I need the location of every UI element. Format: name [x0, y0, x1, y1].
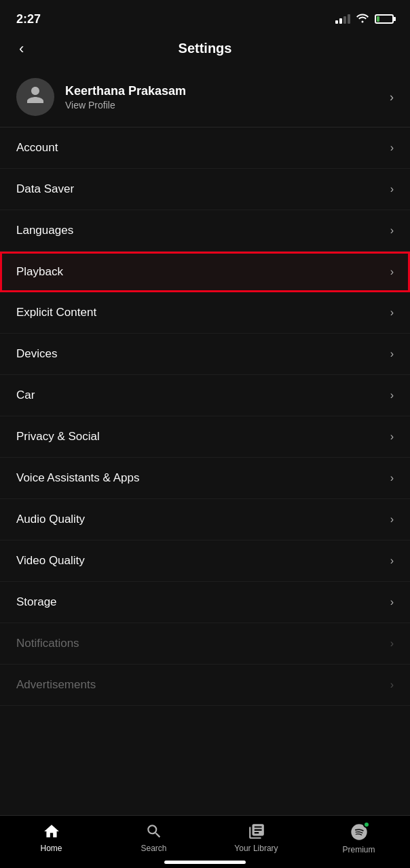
settings-label-explicit-content: Explicit Content — [16, 306, 96, 319]
chevron-notifications: › — [390, 637, 394, 650]
settings-label-devices: Devices — [16, 347, 57, 361]
settings-label-playback: Playback — [16, 265, 63, 279]
chevron-privacy-social: › — [390, 431, 394, 443]
chevron-storage: › — [390, 596, 394, 608]
nav-home-label: Home — [40, 844, 62, 853]
settings-item-languages[interactable]: Languages › — [0, 210, 410, 252]
settings-label-car: Car — [16, 389, 35, 402]
page-title: Settings — [179, 41, 232, 56]
settings-item-privacy-social[interactable]: Privacy & Social › — [0, 416, 410, 458]
settings-item-voice-assistants[interactable]: Voice Assistants & Apps › — [0, 458, 410, 499]
settings-item-car[interactable]: Car › — [0, 375, 410, 416]
settings-item-audio-quality[interactable]: Audio Quality › — [0, 499, 410, 540]
chevron-languages: › — [390, 224, 394, 237]
user-icon — [25, 85, 45, 110]
profile-name: Keerthana Prakasam — [65, 84, 390, 98]
settings-label-account: Account — [16, 141, 58, 155]
nav-premium-label: Premium — [342, 845, 375, 854]
chevron-voice-assistants: › — [390, 472, 394, 484]
chevron-devices: › — [390, 348, 394, 360]
settings-label-privacy-social: Privacy & Social — [16, 430, 100, 443]
status-icons — [335, 12, 394, 26]
premium-icon-wrap — [350, 823, 369, 842]
settings-label-languages: Languages — [16, 224, 73, 237]
chevron-explicit-content: › — [390, 307, 394, 319]
chevron-audio-quality: › — [390, 513, 394, 526]
view-profile-label: View Profile — [65, 100, 390, 111]
settings-item-explicit-content[interactable]: Explicit Content › — [0, 292, 410, 334]
nav-premium[interactable]: Premium — [332, 823, 386, 854]
settings-label-advertisements: Advertisements — [16, 678, 96, 692]
nav-library[interactable]: Your Library — [229, 823, 284, 853]
chevron-data-saver: › — [390, 183, 394, 195]
nav-search-label: Search — [141, 844, 166, 853]
settings-item-advertisements[interactable]: Advertisements › — [0, 665, 410, 706]
profile-chevron: › — [390, 90, 394, 104]
home-icon — [43, 823, 60, 840]
settings-label-data-saver: Data Saver — [16, 182, 74, 196]
settings-list: Account › Data Saver › Languages › Playb… — [0, 127, 410, 706]
settings-item-playback[interactable]: Playback › — [0, 252, 410, 292]
chevron-account: › — [390, 142, 394, 154]
header: ‹ Settings — [0, 34, 410, 67]
settings-label-storage: Storage — [16, 595, 57, 609]
chevron-video-quality: › — [390, 555, 394, 567]
battery-icon — [375, 14, 394, 24]
settings-item-notifications[interactable]: Notifications › — [0, 623, 410, 665]
nav-search[interactable]: Search — [127, 823, 181, 853]
settings-label-audio-quality: Audio Quality — [16, 513, 85, 526]
settings-item-storage[interactable]: Storage › — [0, 582, 410, 623]
status-bar: 2:27 — [0, 0, 410, 34]
status-time: 2:27 — [16, 12, 41, 26]
nav-home[interactable]: Home — [24, 823, 79, 853]
settings-label-voice-assistants: Voice Assistants & Apps — [16, 471, 139, 485]
avatar — [16, 78, 54, 116]
wifi-icon — [356, 12, 369, 26]
settings-item-account[interactable]: Account › — [0, 127, 410, 169]
signal-icon — [335, 14, 350, 24]
settings-item-data-saver[interactable]: Data Saver › — [0, 169, 410, 210]
settings-label-notifications: Notifications — [16, 637, 79, 650]
back-button[interactable]: ‹ — [14, 37, 29, 60]
home-indicator — [164, 861, 246, 864]
library-icon — [248, 823, 265, 840]
settings-item-devices[interactable]: Devices › — [0, 334, 410, 375]
premium-badge — [363, 821, 370, 828]
settings-label-video-quality: Video Quality — [16, 554, 85, 568]
search-icon — [145, 823, 163, 840]
chevron-advertisements: › — [390, 679, 394, 691]
settings-item-video-quality[interactable]: Video Quality › — [0, 540, 410, 582]
chevron-playback: › — [390, 266, 394, 278]
nav-library-label: Your Library — [234, 844, 278, 853]
profile-info: Keerthana Prakasam View Profile — [65, 84, 390, 111]
profile-row[interactable]: Keerthana Prakasam View Profile › — [0, 67, 410, 127]
chevron-car: › — [390, 389, 394, 401]
